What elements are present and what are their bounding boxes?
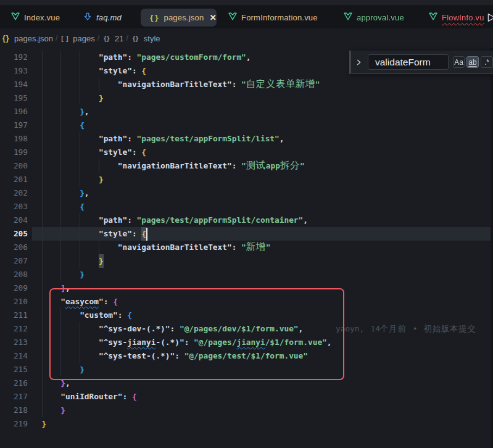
code-line-195[interactable]: 195 } (0, 91, 493, 105)
tab-label: faq.md (96, 13, 122, 22)
code-text: "path": "pages/test/appFormSplit/list", (42, 132, 284, 146)
code-line-213[interactable]: 213 "^sys-jianyi-(.*)": "@/pages/jianyi/… (0, 336, 493, 349)
tab-approval-vue[interactable]: approval.vue (335, 9, 420, 27)
line-number: 193 (0, 64, 28, 78)
code-text: "style": { (42, 146, 147, 159)
markdown-file-icon (83, 12, 92, 23)
code-text: "navigationBarTitleText": "自定义表单新增" (42, 78, 320, 91)
line-number: 203 (0, 200, 28, 214)
line-number: 204 (0, 214, 28, 227)
symbol-brackets-icon: [ ] (60, 35, 70, 42)
code-text: } (42, 173, 104, 186)
code-line-200[interactable]: 200 "navigationBarTitleText": "测试app拆分" (0, 159, 493, 173)
close-tab-icon[interactable]: ✕ (209, 13, 217, 23)
breadcrumb-separator: / (53, 34, 60, 43)
breadcrumb-item-style[interactable]: {}style (131, 34, 160, 43)
tab-label: Index.vue (24, 13, 60, 22)
code-text: "^sys-dev-(.*)": "@/pages/dev/$1/form.vu… (42, 322, 304, 336)
code-text: { (42, 200, 85, 214)
code-line-205[interactable]: 205 "style": { (0, 227, 493, 241)
code-line-206[interactable]: 206 "navigationBarTitleText": "新增" (0, 241, 493, 254)
git-blame-annotation: yaoyn, 14个月前 • 初始版本提交 (336, 322, 476, 336)
code-line-207[interactable]: 207 } (0, 254, 493, 268)
code-line-215[interactable]: 215 } (0, 363, 493, 376)
tab-label: approval.vue (357, 13, 404, 22)
code-line-210[interactable]: 210 "easycom": { (0, 295, 493, 309)
run-file-icon[interactable] (486, 12, 493, 23)
find-widget-sash[interactable] (349, 51, 350, 74)
breadcrumb-label: pages (73, 34, 94, 43)
code-line-194[interactable]: 194 "navigationBarTitleText": "自定义表单新增" (0, 78, 493, 91)
breadcrumb-item-pages[interactable]: [ ]pages (60, 34, 94, 43)
code-text: { (42, 118, 85, 132)
code-text: } (42, 254, 104, 268)
code-line-217[interactable]: 217 "uniIdRouter": { (0, 390, 493, 404)
symbol-braces-icon: {} (131, 35, 141, 42)
text-cursor (146, 228, 147, 241)
code-text: } (42, 417, 47, 431)
code-line-204[interactable]: 204 "path": "pages/test/appFormSplit/con… (0, 214, 493, 227)
code-text: } (42, 363, 85, 376)
editor-pane[interactable]: 192 "path": "pages/customForm/form",193 … (0, 48, 493, 448)
tab-pages-json[interactable]: {}pages.json✕ (141, 9, 217, 27)
code-line-196[interactable]: 196 }, (0, 105, 493, 118)
json-file-icon: {} (149, 12, 159, 23)
code-line-198[interactable]: 198 "path": "pages/test/appFormSplit/lis… (0, 132, 493, 146)
line-number: 208 (0, 268, 28, 281)
code-line-202[interactable]: 202 }, (0, 186, 493, 200)
window-top-strip (0, 0, 493, 5)
vue-file-icon (228, 12, 237, 23)
line-number: 197 (0, 118, 28, 132)
breadcrumb-label: style (144, 34, 160, 43)
code-line-211[interactable]: 211 "custom": { (0, 309, 493, 322)
find-input[interactable]: validateForm (368, 54, 449, 70)
vue-file-icon (344, 12, 352, 23)
line-number: 207 (0, 254, 28, 268)
code-text: }, (42, 105, 89, 118)
tab-forminformation-vue[interactable]: FormInformation.vue (220, 9, 335, 27)
breadcrumb-label: 21 (115, 34, 123, 43)
code-text: ], (42, 281, 70, 295)
line-number: 194 (0, 78, 28, 91)
tab-flowinfo-vu[interactable]: FlowInfo.vu (420, 9, 493, 27)
breadcrumb: {}pages.json/[ ]pages/{}21/{}style (0, 28, 493, 48)
code-line-199[interactable]: 199 "style": { (0, 146, 493, 159)
toggle-replace-icon[interactable] (354, 58, 363, 67)
code-text: "style": { (42, 227, 147, 241)
tab-index-vue[interactable]: Index.vue (2, 9, 75, 27)
symbol-braces-icon: {} (2, 34, 11, 43)
code-line-219[interactable]: 219} (0, 417, 493, 431)
line-number: 209 (0, 281, 28, 295)
code-text: "style": { (42, 64, 147, 78)
breadcrumb-separator: / (123, 34, 130, 43)
code-text: "^sys-jianyi-(.*)": "@/pages/jianyi/$1/f… (42, 336, 332, 349)
code-line-197[interactable]: 197 { (0, 118, 493, 132)
match-case-button[interactable]: Aa (453, 56, 465, 68)
symbol-braces-icon: {} (102, 35, 112, 42)
code-text: "navigationBarTitleText": "测试app拆分" (42, 159, 305, 173)
line-number: 202 (0, 186, 28, 200)
whole-word-button[interactable]: ab (466, 56, 479, 68)
breadcrumb-item-21[interactable]: {}21 (102, 34, 123, 43)
code-line-208[interactable]: 208 } (0, 268, 493, 281)
line-number: 217 (0, 390, 28, 404)
code-line-209[interactable]: 209 ], (0, 281, 493, 295)
line-number: 201 (0, 173, 28, 186)
code-line-212[interactable]: 212 "^sys-dev-(.*)": "@/pages/dev/$1/for… (0, 322, 493, 336)
code-line-203[interactable]: 203 { (0, 200, 493, 214)
code-line-201[interactable]: 201 } (0, 173, 493, 186)
line-number: 219 (0, 417, 28, 431)
code-text: "uniIdRouter": { (42, 390, 137, 404)
line-number: 205 (0, 227, 28, 241)
code-text: "path": "pages/customForm/form", (42, 51, 251, 64)
regex-button[interactable]: .* (481, 56, 493, 68)
code-line-214[interactable]: 214 "^sys-test-(.*)": "@/pages/test/$1/f… (0, 349, 493, 363)
line-number: 213 (0, 336, 28, 349)
code-line-218[interactable]: 218 } (0, 404, 493, 417)
line-number: 215 (0, 363, 28, 376)
tab-faq-md[interactable]: faq.md (75, 9, 141, 27)
code-line-216[interactable]: 216 }, (0, 376, 493, 390)
tab-label: FormInformation.vue (241, 13, 318, 22)
breadcrumb-item-pages-json[interactable]: {}pages.json (2, 34, 53, 43)
line-number: 196 (0, 105, 28, 118)
